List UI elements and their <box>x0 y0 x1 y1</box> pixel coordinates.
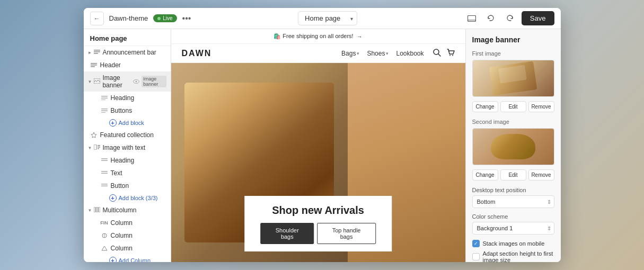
svg-point-40 <box>449 55 451 56</box>
more-options-button[interactable]: ••• <box>182 14 191 23</box>
sidebar-item-featured-collection[interactable]: Featured collection <box>84 129 171 141</box>
sidebar-item-image-banner[interactable]: ▼ Image banner Image banner <box>84 71 171 92</box>
svg-rect-6 <box>91 65 97 66</box>
cart-icon[interactable] <box>446 48 455 58</box>
chevron-icon: ▾ <box>357 51 359 56</box>
sidebar-item-heading[interactable]: Heading <box>96 92 171 104</box>
adapt-section-checkbox[interactable] <box>472 253 480 260</box>
svg-rect-2 <box>94 50 100 51</box>
plus-icon: + <box>109 119 117 127</box>
column-icon: FIN <box>101 219 108 227</box>
second-image-inner <box>473 129 554 165</box>
adapt-section-label: Adapt section height to first image size <box>483 250 554 262</box>
sidebar-item-heading2[interactable]: Heading <box>96 154 171 167</box>
sidebar-item-multicolumn[interactable]: ▼ Multicolumn <box>84 204 171 217</box>
sidebar-item-label: Header <box>100 61 166 69</box>
announcement-text: 🛍️ Free shipping on all orders! <box>274 33 353 40</box>
page-selector[interactable]: Home page <box>298 11 357 25</box>
first-image-actions: Change Edit Remove <box>472 101 554 112</box>
section-block-count: Image banner <box>142 76 166 87</box>
svg-point-10 <box>136 81 137 83</box>
column-icon <box>101 245 108 252</box>
sidebar-item-announcement-bar[interactable]: ► Announcement bar <box>84 46 171 59</box>
svg-rect-24 <box>101 171 108 172</box>
store-preview: 🛍️ Free shipping on all orders! → DAWN B… <box>171 29 465 262</box>
sidebar-item-image-with-text[interactable]: ▼ Image with text <box>84 141 171 154</box>
undo-button[interactable] <box>483 11 498 26</box>
add-block-label: Add block <box>119 120 144 126</box>
sidebar-item-label: Column <box>111 232 166 239</box>
announcement-icon <box>94 49 100 56</box>
svg-rect-30 <box>99 207 100 212</box>
nav-link-label: Lookbook <box>396 50 424 57</box>
image-with-text-children: Heading Text Button + Add block (3/3) <box>84 154 171 204</box>
sidebar-item-label: Heading <box>111 157 166 164</box>
add-column-button[interactable]: + Add Column <box>96 255 171 262</box>
sidebar-item-label: Heading <box>111 94 166 102</box>
sidebar-item-text[interactable]: Text <box>96 167 171 179</box>
chevron-right-icon: ► <box>88 50 92 55</box>
store-nav-links: Bags ▾ Shoes ▾ Lookbook <box>341 50 424 57</box>
color-scheme-select[interactable]: Background 1 Background 2 <box>472 222 554 235</box>
top-bar-center: Home page <box>196 11 458 25</box>
stack-images-row: ✓ Stack images on mobile <box>472 240 554 247</box>
panel-title: Image banner <box>472 35 554 44</box>
change-second-image-button[interactable]: Change <box>472 169 498 181</box>
plus-icon: + <box>109 257 117 262</box>
store-nav: DAWN Bags ▾ Shoes ▾ Lookbook <box>171 44 465 63</box>
view-toggle-button[interactable] <box>464 11 479 26</box>
column-icon <box>101 232 108 239</box>
right-panel: Image banner First image Change Edit Rem… <box>465 29 561 262</box>
sidebar-item-column2[interactable]: Column <box>96 229 171 242</box>
sidebar-item-buttons[interactable]: Buttons <box>96 104 171 117</box>
remove-second-image-button[interactable]: Remove <box>528 169 554 181</box>
page-selector-wrap: Home page <box>298 11 357 25</box>
svg-rect-19 <box>98 145 100 146</box>
banner-btn-shoulder[interactable]: Shoulder bags <box>260 223 314 244</box>
banner-overlay: Shop new Arrivals Shoulder bags Top hand… <box>244 196 392 251</box>
svg-rect-3 <box>94 51 100 52</box>
nav-link-shoes[interactable]: Shoes ▾ <box>367 50 389 57</box>
save-button[interactable]: Save <box>522 11 554 25</box>
banner-btn-top-handle[interactable]: Top handle bags <box>317 223 375 244</box>
edit-first-image-button[interactable]: Edit <box>500 101 526 112</box>
svg-rect-22 <box>101 158 108 159</box>
desktop-position-select[interactable]: Bottom Middle Top <box>472 195 554 208</box>
add-block2-button[interactable]: + Add block (3/3) <box>96 192 171 204</box>
svg-rect-28 <box>94 207 95 212</box>
edit-second-image-button[interactable]: Edit <box>500 169 526 181</box>
lines-icon <box>101 157 108 164</box>
sidebar-item-label: Image with text <box>102 144 145 151</box>
multicolumn-icon <box>94 206 100 214</box>
svg-rect-20 <box>98 147 100 148</box>
back-button[interactable]: ← <box>90 12 104 25</box>
header-icon <box>90 61 98 69</box>
change-first-image-button[interactable]: Change <box>472 101 498 112</box>
second-image-preview <box>472 128 554 165</box>
visibility-icon[interactable] <box>133 79 139 84</box>
redo-button[interactable] <box>502 11 517 26</box>
search-icon[interactable] <box>433 48 441 58</box>
stack-images-checkbox[interactable]: ✓ <box>472 240 480 247</box>
sidebar-item-button[interactable]: Button <box>96 179 171 192</box>
sidebar-item-header[interactable]: Header <box>84 59 171 71</box>
add-block-button[interactable]: + Add block <box>96 117 171 129</box>
svg-rect-4 <box>94 53 98 54</box>
live-dot <box>157 17 161 20</box>
svg-rect-14 <box>101 109 108 110</box>
nav-link-lookbook[interactable]: Lookbook <box>396 50 424 57</box>
svg-rect-27 <box>101 186 108 187</box>
remove-first-image-button[interactable]: Remove <box>528 101 554 112</box>
sidebar-item-column3[interactable]: Column <box>96 242 171 255</box>
svg-rect-25 <box>101 173 108 174</box>
store-nav-icons <box>433 48 455 58</box>
sidebar-item-column1[interactable]: FIN Column <box>96 217 171 229</box>
check-mark-icon: ✓ <box>474 241 478 246</box>
star-icon <box>90 131 98 139</box>
sidebar-item-label: Button <box>111 182 166 190</box>
svg-rect-11 <box>101 96 108 97</box>
banner-title: Shop new Arrivals <box>260 204 376 217</box>
lines-icon <box>101 107 108 114</box>
color-scheme-label: Color scheme <box>472 213 554 220</box>
nav-link-bags[interactable]: Bags ▾ <box>341 50 359 57</box>
